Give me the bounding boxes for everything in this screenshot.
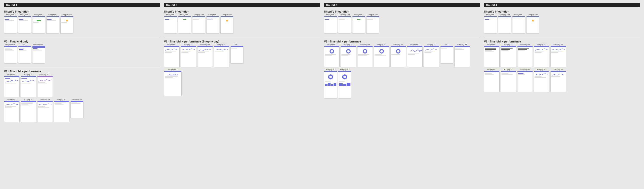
divider [4, 37, 160, 37]
screen-card: Shopify V0... [32, 43, 45, 64]
screen-card: Shopify V1 [424, 43, 439, 67]
screen-card: Shopify V1 [37, 98, 53, 122]
canvas: Round 1 Shopify Integration Analytics - [0, 0, 644, 189]
screen-card: Shopify V1 [550, 43, 566, 67]
round2-v1-screens-row2: Shopify V1 [164, 68, 320, 96]
screen-card: Filt... [230, 43, 244, 64]
round3-group-title-2: V1 - financial + performance [324, 40, 480, 43]
screen-card: Analytics - [4, 14, 17, 34]
screen-card: Shopify V1 [324, 68, 337, 99]
screen-card: Shopify V1 [534, 43, 549, 67]
screen-card: Shopify V1 [534, 68, 549, 92]
screen-card: Shopify Set [192, 14, 205, 34]
screen-card: Shopify V0... [4, 43, 17, 64]
screen-card: Filt... [440, 43, 453, 64]
round-4-label: Round 4 [484, 3, 640, 7]
round4-shopify-integration: Shopify Integration Analytics - Shopify … [484, 9, 640, 34]
round-4-section: Round 4 Shopify Integration Analytics - … [482, 2, 642, 187]
screen-card: Shopify V1 [70, 98, 84, 118]
screen-card: Shopify V0... [37, 73, 53, 97]
round4-v1-screens-row1: Shopify V1 Shopify V1 [484, 43, 640, 67]
screen-card: Shopify V1 [517, 43, 533, 67]
screen-card: Analytics - [178, 14, 191, 34]
screen-card: Shopify V1 [407, 43, 423, 67]
screen-card: Filt... [18, 43, 31, 64]
screen-card: Analytics - [18, 14, 31, 34]
round3-shopify-integration: Shopify Integration Analytics - Shopify … [324, 9, 480, 34]
screen-card: Shopify Set ★ [60, 14, 73, 34]
round2-group-title-2: V1 - financial + performance (Shopify pa… [164, 40, 320, 43]
round4-v1-performance: V1 - financial + performance Shopify V1 [484, 39, 640, 92]
screen-card: Shopify V1 [181, 43, 196, 67]
divider [164, 37, 320, 37]
screen-card: Shopify V1 [4, 73, 20, 97]
round1-group-title-1: Shopify Integration [4, 10, 160, 13]
round-1-section: Round 1 Shopify Integration Analytics - [2, 2, 162, 187]
screen-card: Analytics - [484, 14, 497, 34]
screen-card: Analytics - [206, 14, 219, 34]
round3-v1-performance: V1 - financial + performance Shopify V1 [324, 39, 480, 99]
divider [4, 67, 160, 67]
screen-card: Shopify V1 [164, 43, 180, 67]
screen-card: Shopify V1 [21, 98, 36, 122]
svg-marker-0 [168, 74, 178, 76]
divider [484, 37, 640, 37]
round4-group-title-1: Shopify Integration [484, 10, 640, 13]
round2-v1-shopify-pay: V1 - financial + performance (Shopify pa… [164, 39, 320, 96]
round-1-label: Round 1 [4, 3, 160, 7]
round1-v0-screens: Shopify V0... Filt... [4, 43, 160, 64]
screen-card: Shopify V1 [214, 43, 229, 67]
screen-card: Shopify V1 [4, 98, 20, 122]
screen-card: Analytics - [32, 14, 45, 34]
round1-v1-screens-row1: Shopify V1 Shopify V1 [4, 73, 160, 97]
screen-card: Analytics - [324, 14, 337, 34]
round2-shopify-integration: Shopify Integration Analytics - Analytic… [164, 9, 320, 34]
screen-card: Shopify V1 [484, 43, 500, 67]
screen-card: Shopify Set ★ [526, 14, 539, 34]
screen-card: Analytics - [352, 14, 365, 34]
screen-card: Shopify Set [338, 14, 351, 34]
round2-v1-screens-row1: Shopify V1 Shopify V1 [164, 43, 320, 67]
round2-integration-screens: Analytics - Analytics - [164, 14, 320, 34]
round-2-label: Round 2 [164, 3, 320, 7]
round1-v1-screens-row2: Shopify V1 Shopify V1 [4, 98, 160, 122]
round4-v1-screens-row2: Shopify V1 Shopify V1 Shopify V1 [484, 68, 640, 92]
screen-card: Shopify V1 [550, 68, 566, 92]
screen-card: Shopify V1 [501, 43, 516, 67]
round3-integration-screens: Analytics - Shopify Set Analytics - [324, 14, 480, 34]
screen-card: Shopify V1 [341, 43, 356, 67]
round-2-section: Round 2 Shopify Integration Analytics - … [162, 2, 322, 187]
screen-card: Shopify V1 [501, 68, 516, 92]
screen-card: Analytics - [46, 14, 59, 34]
round1-group-title-3: V1 - financial + performance [4, 70, 160, 73]
screen-card: Shopify V1 [197, 43, 213, 67]
round3-group-title-1: Shopify Integration [324, 10, 480, 13]
screen-card: Shopify V1 [517, 68, 533, 92]
round3-v1-screens-row2: Shopify V1 [324, 68, 480, 99]
round1-shopify-integration: Shopify Integration Analytics - Analytic [4, 9, 160, 34]
screen-card: Analytics - [164, 14, 177, 34]
round2-group-title-1: Shopify Integration [164, 10, 320, 13]
screen-card: Shopify V1 [374, 43, 389, 67]
screen-card: Shopify Set ★ [220, 14, 233, 34]
round1-integration-screens: Analytics - Analytics - [4, 14, 160, 34]
screen-card: Shopify V1 [357, 43, 373, 67]
screen-card: Shopify V1 [454, 43, 470, 67]
divider [324, 37, 480, 37]
screen-card: Shopify V1 [338, 68, 351, 99]
screen-card: Shopify V1 [21, 73, 36, 97]
round3-v1-screens-row1: Shopify V1 Shopify V1 [324, 43, 480, 67]
screen-card: Shopify V1 [484, 68, 500, 92]
screen-card: Shopify V1 [324, 43, 340, 67]
round4-integration-screens: Analytics - Shopify Set Analytics - [484, 14, 640, 34]
screen-card: Shopify V1 [390, 43, 406, 67]
screen-card: Shopify Set [366, 14, 379, 34]
round-3-section: Round 3 Shopify Integration Analytics - … [322, 2, 482, 187]
round-3-label: Round 3 [324, 3, 480, 7]
round1-v0-financial: V0 - Financial only Shopify V0... Filt..… [4, 39, 160, 64]
screen-card: Shopify Set [498, 14, 511, 34]
round1-v1-performance: V1 - financial + performance Shopify V1 [4, 69, 160, 122]
screen-card: Shopify V1 [54, 98, 69, 122]
screen-card: Shopify V1 [164, 68, 182, 96]
round4-group-title-2: V1 - financial + performance [484, 40, 640, 43]
